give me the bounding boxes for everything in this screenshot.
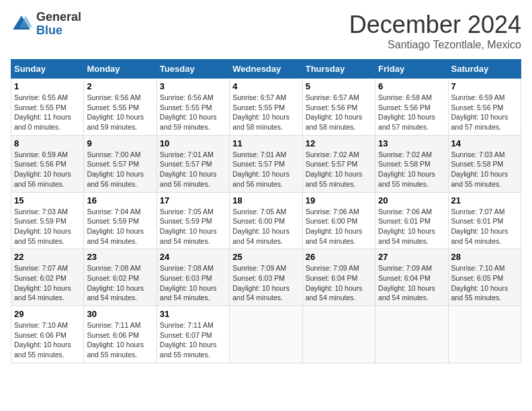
weekday-header: Thursday bbox=[302, 60, 375, 79]
weekday-header: Sunday bbox=[11, 60, 84, 79]
calendar-day-cell: 8Sunrise: 6:59 AMSunset: 5:56 PMDaylight… bbox=[11, 135, 84, 192]
day-detail: Sunrise: 7:02 AMSunset: 5:58 PMDaylight:… bbox=[378, 150, 445, 189]
location: Santiago Tezontlale, Mexico bbox=[349, 39, 521, 51]
day-number: 22 bbox=[14, 252, 81, 262]
day-number: 4 bbox=[232, 81, 299, 91]
weekday-header: Tuesday bbox=[157, 60, 229, 79]
day-detail: Sunrise: 7:01 AMSunset: 5:57 PMDaylight:… bbox=[232, 150, 299, 189]
title-section: December 2024 Santiago Tezontlale, Mexic… bbox=[349, 11, 521, 51]
weekday-header: Friday bbox=[375, 60, 448, 79]
calendar-day-cell: 31Sunrise: 7:11 AMSunset: 6:07 PMDayligh… bbox=[157, 306, 229, 363]
calendar-day-cell: 5Sunrise: 6:57 AMSunset: 5:56 PMDaylight… bbox=[302, 79, 375, 136]
day-number: 26 bbox=[306, 252, 372, 262]
calendar-day-cell: 26Sunrise: 7:09 AMSunset: 6:04 PMDayligh… bbox=[302, 249, 375, 306]
day-detail: Sunrise: 7:06 AMSunset: 6:01 PMDaylight:… bbox=[378, 207, 445, 246]
day-detail: Sunrise: 7:07 AMSunset: 6:02 PMDaylight:… bbox=[14, 263, 81, 303]
day-number: 12 bbox=[306, 138, 372, 148]
day-number: 9 bbox=[87, 138, 153, 148]
calendar-day-cell bbox=[448, 306, 521, 363]
day-detail: Sunrise: 7:07 AMSunset: 6:01 PMDaylight:… bbox=[451, 207, 518, 246]
calendar-day-cell: 14Sunrise: 7:03 AMSunset: 5:58 PMDayligh… bbox=[448, 135, 521, 192]
day-detail: Sunrise: 6:56 AMSunset: 5:55 PMDaylight:… bbox=[87, 93, 153, 132]
calendar-day-cell: 11Sunrise: 7:01 AMSunset: 5:57 PMDayligh… bbox=[230, 135, 302, 192]
calendar-day-cell: 2Sunrise: 6:56 AMSunset: 5:55 PMDaylight… bbox=[84, 79, 157, 136]
day-number: 14 bbox=[451, 138, 518, 148]
calendar-day-cell: 6Sunrise: 6:58 AMSunset: 5:56 PMDaylight… bbox=[375, 79, 448, 136]
calendar-week-row: 8Sunrise: 6:59 AMSunset: 5:56 PMDaylight… bbox=[11, 135, 521, 192]
calendar-day-cell: 4Sunrise: 6:57 AMSunset: 5:55 PMDaylight… bbox=[230, 79, 302, 136]
calendar-day-cell: 19Sunrise: 7:06 AMSunset: 6:00 PMDayligh… bbox=[302, 192, 375, 249]
day-detail: Sunrise: 7:04 AMSunset: 5:59 PMDaylight:… bbox=[87, 207, 153, 246]
day-number: 19 bbox=[306, 195, 372, 205]
day-number: 28 bbox=[451, 252, 518, 262]
calendar-day-cell bbox=[230, 306, 302, 363]
calendar-day-cell: 24Sunrise: 7:08 AMSunset: 6:03 PMDayligh… bbox=[157, 249, 229, 306]
day-number: 2 bbox=[87, 81, 153, 91]
day-number: 11 bbox=[232, 138, 299, 148]
calendar-day-cell: 21Sunrise: 7:07 AMSunset: 6:01 PMDayligh… bbox=[448, 192, 521, 249]
day-detail: Sunrise: 7:09 AMSunset: 6:04 PMDaylight:… bbox=[306, 263, 372, 303]
day-number: 20 bbox=[378, 195, 445, 205]
day-number: 27 bbox=[378, 252, 445, 262]
calendar-day-cell: 12Sunrise: 7:02 AMSunset: 5:57 PMDayligh… bbox=[302, 135, 375, 192]
day-detail: Sunrise: 6:57 AMSunset: 5:56 PMDaylight:… bbox=[306, 93, 372, 132]
calendar-day-cell: 29Sunrise: 7:10 AMSunset: 6:06 PMDayligh… bbox=[11, 306, 84, 363]
calendar-day-cell: 22Sunrise: 7:07 AMSunset: 6:02 PMDayligh… bbox=[11, 249, 84, 306]
day-detail: Sunrise: 6:57 AMSunset: 5:55 PMDaylight:… bbox=[232, 93, 299, 132]
day-number: 8 bbox=[14, 138, 81, 148]
calendar-day-cell: 1Sunrise: 6:55 AMSunset: 5:55 PMDaylight… bbox=[11, 79, 84, 136]
header: General Blue December 2024 Santiago Tezo… bbox=[11, 11, 521, 51]
day-number: 31 bbox=[160, 309, 226, 319]
logo-text: General Blue bbox=[36, 11, 81, 38]
day-number: 10 bbox=[160, 138, 226, 148]
day-detail: Sunrise: 6:59 AMSunset: 5:56 PMDaylight:… bbox=[14, 150, 81, 189]
day-number: 13 bbox=[378, 138, 445, 148]
calendar-day-cell: 27Sunrise: 7:09 AMSunset: 6:04 PMDayligh… bbox=[375, 249, 448, 306]
calendar-week-row: 22Sunrise: 7:07 AMSunset: 6:02 PMDayligh… bbox=[11, 249, 521, 306]
calendar-day-cell bbox=[302, 306, 375, 363]
calendar-day-cell: 18Sunrise: 7:05 AMSunset: 6:00 PMDayligh… bbox=[230, 192, 302, 249]
day-number: 24 bbox=[160, 252, 226, 262]
day-detail: Sunrise: 7:03 AMSunset: 5:59 PMDaylight:… bbox=[14, 207, 81, 246]
calendar-day-cell: 9Sunrise: 7:00 AMSunset: 5:57 PMDaylight… bbox=[84, 135, 157, 192]
day-detail: Sunrise: 7:05 AMSunset: 6:00 PMDaylight:… bbox=[232, 207, 299, 246]
calendar-week-row: 29Sunrise: 7:10 AMSunset: 6:06 PMDayligh… bbox=[11, 306, 521, 363]
day-detail: Sunrise: 7:10 AMSunset: 6:05 PMDaylight:… bbox=[451, 263, 518, 303]
month-title: December 2024 bbox=[349, 11, 521, 39]
calendar-day-cell: 15Sunrise: 7:03 AMSunset: 5:59 PMDayligh… bbox=[11, 192, 84, 249]
day-detail: Sunrise: 7:08 AMSunset: 6:02 PMDaylight:… bbox=[87, 263, 153, 303]
calendar-day-cell bbox=[375, 306, 448, 363]
day-number: 5 bbox=[306, 81, 372, 91]
calendar-day-cell: 16Sunrise: 7:04 AMSunset: 5:59 PMDayligh… bbox=[84, 192, 157, 249]
day-number: 25 bbox=[232, 252, 299, 262]
day-detail: Sunrise: 6:55 AMSunset: 5:55 PMDaylight:… bbox=[14, 93, 81, 132]
day-detail: Sunrise: 7:03 AMSunset: 5:58 PMDaylight:… bbox=[451, 150, 518, 189]
calendar-day-cell: 10Sunrise: 7:01 AMSunset: 5:57 PMDayligh… bbox=[157, 135, 229, 192]
day-number: 18 bbox=[232, 195, 299, 205]
day-detail: Sunrise: 7:11 AMSunset: 6:06 PMDaylight:… bbox=[87, 320, 153, 360]
day-number: 6 bbox=[378, 81, 445, 91]
calendar-day-cell: 17Sunrise: 7:05 AMSunset: 5:59 PMDayligh… bbox=[157, 192, 229, 249]
day-detail: Sunrise: 7:09 AMSunset: 6:04 PMDaylight:… bbox=[378, 263, 445, 303]
day-detail: Sunrise: 7:09 AMSunset: 6:03 PMDaylight:… bbox=[232, 263, 299, 303]
calendar-day-cell: 3Sunrise: 6:56 AMSunset: 5:55 PMDaylight… bbox=[157, 79, 229, 136]
day-detail: Sunrise: 7:00 AMSunset: 5:57 PMDaylight:… bbox=[87, 150, 153, 189]
calendar-day-cell: 13Sunrise: 7:02 AMSunset: 5:58 PMDayligh… bbox=[375, 135, 448, 192]
calendar-table: SundayMondayTuesdayWednesdayThursdayFrid… bbox=[11, 59, 521, 363]
weekday-header: Monday bbox=[84, 60, 157, 79]
logo-icon bbox=[11, 13, 32, 35]
weekday-header-row: SundayMondayTuesdayWednesdayThursdayFrid… bbox=[11, 60, 521, 79]
day-detail: Sunrise: 7:06 AMSunset: 6:00 PMDaylight:… bbox=[306, 207, 372, 246]
day-number: 16 bbox=[87, 195, 153, 205]
day-number: 23 bbox=[87, 252, 153, 262]
calendar-day-cell: 23Sunrise: 7:08 AMSunset: 6:02 PMDayligh… bbox=[84, 249, 157, 306]
day-number: 17 bbox=[160, 195, 226, 205]
day-number: 3 bbox=[160, 81, 226, 91]
calendar-day-cell: 30Sunrise: 7:11 AMSunset: 6:06 PMDayligh… bbox=[84, 306, 157, 363]
day-detail: Sunrise: 7:02 AMSunset: 5:57 PMDaylight:… bbox=[306, 150, 372, 189]
logo: General Blue bbox=[11, 11, 81, 38]
calendar-week-row: 15Sunrise: 7:03 AMSunset: 5:59 PMDayligh… bbox=[11, 192, 521, 249]
day-detail: Sunrise: 6:56 AMSunset: 5:55 PMDaylight:… bbox=[160, 93, 226, 132]
day-detail: Sunrise: 6:59 AMSunset: 5:56 PMDaylight:… bbox=[451, 93, 518, 132]
calendar-week-row: 1Sunrise: 6:55 AMSunset: 5:55 PMDaylight… bbox=[11, 79, 521, 136]
